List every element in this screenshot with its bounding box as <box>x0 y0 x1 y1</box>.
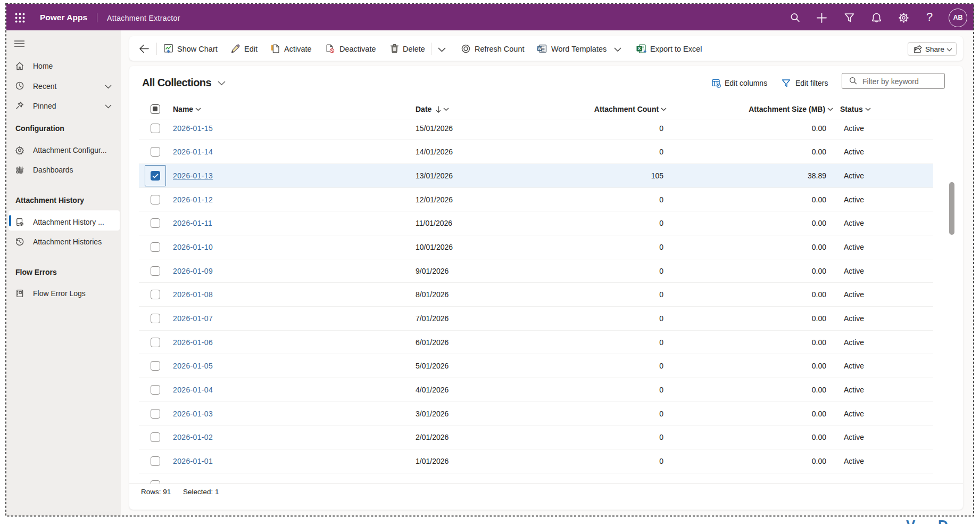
svg-text:X: X <box>638 46 641 51</box>
svg-text:W: W <box>538 46 542 51</box>
